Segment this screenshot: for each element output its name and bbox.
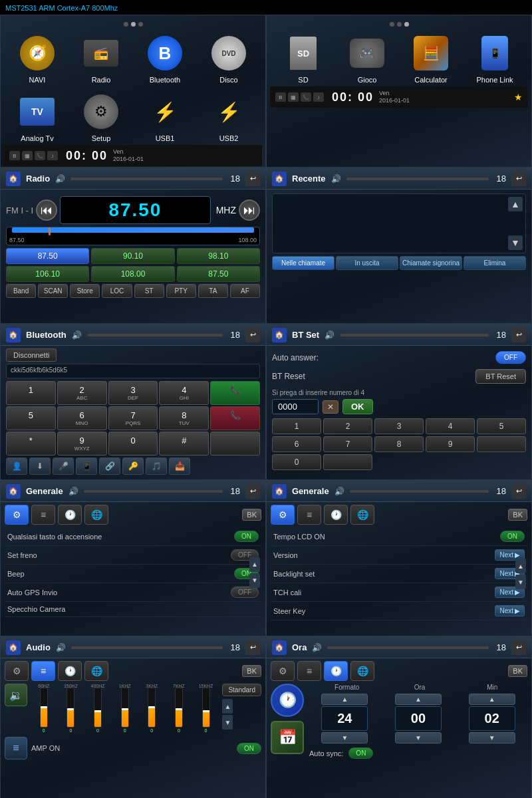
app-calculator[interactable]: 🧮 Calculator xyxy=(400,31,462,86)
radio-next-btn[interactable]: ⏭ xyxy=(239,200,260,221)
app-sd[interactable]: SD SD xyxy=(273,31,334,86)
ctrl-st[interactable]: ST xyxy=(134,284,164,298)
gen-right-home-btn[interactable]: 🏠 xyxy=(272,484,287,499)
tab-in-uscita[interactable]: In uscita xyxy=(336,256,398,270)
audio-vol-icon-box[interactable]: 🔉 xyxy=(5,684,27,706)
btset-num-8[interactable]: 8 xyxy=(374,436,424,452)
audio-home-btn[interactable]: 🏠 xyxy=(6,640,21,655)
eq-track-6[interactable] xyxy=(202,688,210,728)
ora-tab-globe[interactable]: 🌐 xyxy=(350,661,374,681)
bt-key-1[interactable]: 1 xyxy=(6,381,56,405)
gen-left-scroll-dn[interactable]: ▼ xyxy=(249,573,260,588)
bt-key-star[interactable]: * xyxy=(6,432,56,456)
radio-vol-slider[interactable] xyxy=(70,178,222,180)
btset-autoanswer-toggle[interactable]: OFF xyxy=(495,351,526,364)
bt-action-music[interactable]: 🎵 xyxy=(146,458,167,475)
btset-num-3[interactable]: 3 xyxy=(374,418,424,434)
gen-right-scroll-up[interactable]: ▲ xyxy=(515,559,526,573)
ctrl-band[interactable]: Band xyxy=(6,284,36,298)
bt-key-call[interactable]: 📞 xyxy=(210,381,260,405)
preset-6[interactable]: 87.50 xyxy=(177,266,260,282)
app-navi[interactable]: 🧭 NAVI xyxy=(7,31,68,86)
gen-tab-clock[interactable]: 🕐 xyxy=(58,505,82,525)
ora-clock-btn[interactable]: 🕐 xyxy=(271,684,304,717)
tab-elimina[interactable]: Elimina xyxy=(464,256,526,270)
gen-r-tab-eq[interactable]: ≡ xyxy=(297,505,321,525)
ctrl-loc[interactable]: LOC xyxy=(102,284,132,298)
btset-ok-btn[interactable]: OK xyxy=(342,399,373,414)
btset-num-4[interactable]: 4 xyxy=(426,418,475,434)
gen-tab-bk[interactable]: BK xyxy=(242,509,261,521)
audio-back-btn[interactable]: ↩ xyxy=(245,640,260,655)
preset-1[interactable]: 87.50 xyxy=(6,248,89,264)
gen-r-tab-settings[interactable]: ⚙ xyxy=(271,505,295,525)
bt-action-key[interactable]: 🔑 xyxy=(122,458,144,475)
bt-action-contacts[interactable]: 👤 xyxy=(6,458,27,475)
app-disco[interactable]: DVD Disco xyxy=(198,31,259,86)
btset-home-btn[interactable]: 🏠 xyxy=(272,328,287,342)
recente-scroll-up[interactable]: ▲ xyxy=(508,197,523,211)
btset-num-2[interactable]: 2 xyxy=(323,418,372,434)
preset-5[interactable]: 108.00 xyxy=(91,266,174,282)
btset-reset-btn[interactable]: BT Reset xyxy=(475,369,526,384)
bt-action-phone2[interactable]: 📱 xyxy=(76,458,97,475)
ora-autosync-toggle[interactable]: ON xyxy=(348,747,373,759)
eq-track-1[interactable] xyxy=(66,688,74,728)
ora-ora-up[interactable]: ▲ xyxy=(395,694,442,705)
ora-formato-up[interactable]: ▲ xyxy=(321,694,368,705)
preset-4[interactable]: 106.10 xyxy=(6,266,89,282)
audio-tab-settings[interactable]: ⚙ xyxy=(5,661,29,681)
ctrl-pty[interactable]: PTY xyxy=(166,284,196,298)
app-bluetooth[interactable]: B Bluetooth xyxy=(134,31,196,86)
ora-tab-eq[interactable]: ≡ xyxy=(297,661,321,681)
gen-left-vol-slider[interactable] xyxy=(84,490,223,493)
gen-tab-eq[interactable]: ≡ xyxy=(31,505,55,525)
eq-scroll-dn[interactable]: ▼ xyxy=(222,715,233,730)
app-usb2[interactable]: ⚡ USB2 xyxy=(198,89,259,145)
btset-num-0[interactable]: 0 xyxy=(272,454,321,470)
ora-tab-settings[interactable]: ⚙ xyxy=(271,661,295,681)
audio-tab-globe[interactable]: 🌐 xyxy=(84,661,108,681)
app-gioco[interactable]: 🎮 Gioco xyxy=(336,31,398,86)
app-analogtv[interactable]: TV Analog Tv xyxy=(7,89,68,145)
bt-key-4[interactable]: 4GHI xyxy=(159,381,209,405)
recente-home-btn[interactable]: 🏠 xyxy=(272,172,287,186)
app-setup[interactable]: ⚙ Setup xyxy=(70,89,132,145)
ora-min-dn[interactable]: ▼ xyxy=(469,732,515,743)
btset-num-6[interactable]: 6 xyxy=(272,436,321,452)
btset-back-btn[interactable]: ↩ xyxy=(511,328,526,342)
audio-tab-eq[interactable]: ≡ xyxy=(31,661,55,681)
btset-pin-input[interactable] xyxy=(272,399,319,414)
preset-2[interactable]: 90.10 xyxy=(91,248,174,264)
app-radio[interactable]: 📻 Radio xyxy=(70,31,132,86)
ora-tab-clock[interactable]: 🕐 xyxy=(324,661,348,681)
gen-r-tab-globe[interactable]: 🌐 xyxy=(350,505,374,525)
bt-key-6[interactable]: 6MNO xyxy=(57,406,107,430)
radio-tuner-bar[interactable]: 87.50 108.00 xyxy=(6,227,260,245)
radio-home-btn[interactable]: 🏠 xyxy=(6,172,21,186)
btset-num-9[interactable]: 9 xyxy=(426,436,475,452)
btset-num-5[interactable]: 5 xyxy=(477,418,526,434)
gen-r-tab-clock[interactable]: 🕐 xyxy=(324,505,348,525)
bt-key-0[interactable]: 0 xyxy=(108,432,158,456)
ora-ora-dn[interactable]: ▼ xyxy=(395,732,442,743)
recente-scroll-down[interactable]: ▼ xyxy=(508,235,523,250)
bt-back-btn[interactable]: ↩ xyxy=(245,328,260,342)
ctrl-ta[interactable]: TA xyxy=(198,284,228,298)
audio-vol-slider[interactable] xyxy=(71,646,223,649)
ctrl-af[interactable]: AF xyxy=(230,284,260,298)
bt-vol-slider[interactable] xyxy=(87,334,223,336)
ora-formato-dn[interactable]: ▼ xyxy=(321,732,368,743)
eq-scroll-up[interactable]: ▲ xyxy=(222,699,233,714)
amp-icon-btn[interactable]: ≡ xyxy=(5,737,27,759)
ora-min-up[interactable]: ▲ xyxy=(469,694,515,705)
eq-track-2[interactable] xyxy=(94,688,102,728)
ctrl-scan[interactable]: SCAN xyxy=(38,284,68,298)
app-phonelink[interactable]: 📱 Phone Link xyxy=(464,31,525,86)
ora-cal-btn[interactable]: 📅 xyxy=(271,721,304,754)
ora-back-btn[interactable]: ↩ xyxy=(511,640,526,655)
eq-track-0[interactable] xyxy=(40,688,48,728)
gen-tab-settings[interactable]: ⚙ xyxy=(5,505,29,525)
preset-3[interactable]: 98.10 xyxy=(177,248,260,264)
radio-back-btn[interactable]: ↩ xyxy=(245,172,260,186)
